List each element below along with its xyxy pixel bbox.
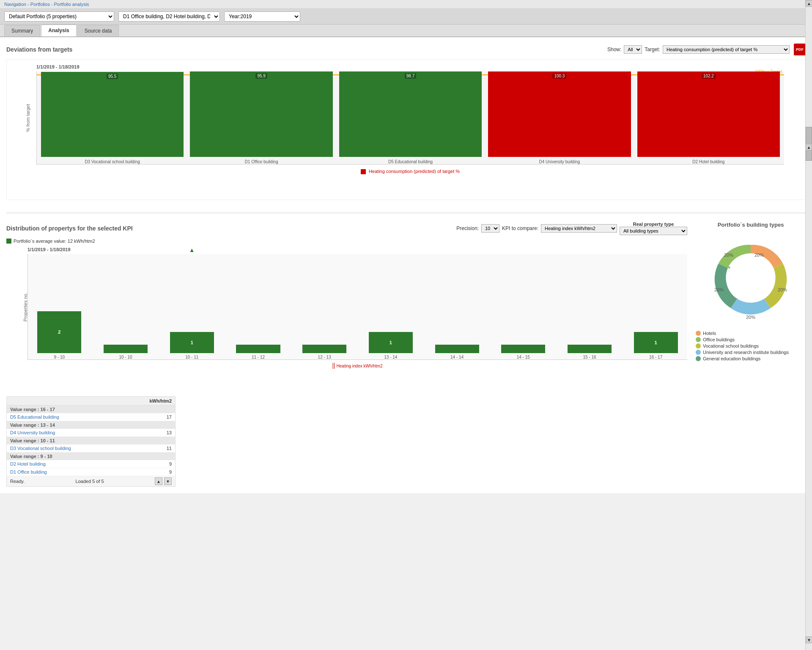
show-select[interactable]: All [624,45,642,54]
pdf-export-button[interactable]: PDF [794,44,806,55]
table-link-d3[interactable]: D3 Vocational school building [10,446,71,451]
legend-item-hotels: Hotels [696,331,806,336]
dist-chart-legend: || Heating index kWh/htm2 [27,362,687,369]
legend-label-office: Office buildings [703,337,735,342]
tabs-bar: Summary Analysis Source data [0,25,812,37]
dist-bar-16-17-label: 16 - 17 [649,355,662,359]
table-link-d4[interactable]: D4 University building [10,430,55,435]
dist-bar-12-13-label: 12 - 13 [318,355,331,359]
precision-label: Precision: [456,225,479,231]
year-select[interactable]: Year:2019 [224,11,300,22]
dist-bar-13-14: 1 13 - 14 [359,254,422,359]
chart-legend-icon [361,169,366,174]
dist-bar-10-10-fill [104,345,148,353]
legend-dot-vocational [696,343,701,348]
legend-item-vocational: Vocational school buildings [696,343,806,348]
table-nav-up[interactable]: ▲ [155,477,162,485]
scroll-mid-arrow[interactable]: ▲ [806,144,812,151]
chart-legend: Heating consumption (predicted) of targe… [36,169,784,174]
main-content: Deviations from targets Show: All Target… [0,37,812,493]
distribution-chart-container: 1/1/2019 - 1/18/2019 Properties no. 5 4 … [6,247,687,390]
table-cell-name: D4 University building [7,429,124,437]
distribution-right-panel: Portfolio´s building types [696,222,806,487]
donut-center [727,255,774,302]
data-table-section: kWh/htm2 Value range : 16 - 17 D5 Educat… [6,396,176,487]
deviations-header: Deviations from targets Show: All Target… [6,44,806,55]
table-cell-value: 11 [124,444,175,453]
bar-d2-fill: 102.2 [637,71,780,157]
legend-item-general: General education buildings [696,356,806,361]
dist-bar-14-14: 14 - 14 [425,254,488,359]
dist-bar-chart: 2 9 - 10 10 - 10 ▲ 1 10 - 11 [27,254,687,360]
donut-title: Portfolio´s building types [696,222,806,228]
distribution-section: Distribution of propertys for the select… [6,222,806,487]
nav-link-navigation[interactable]: Navigation [4,2,26,7]
target-label: Target: [645,47,660,52]
table-group-16-17: Value range : 16 - 17 [7,406,175,414]
real-property-type-select[interactable]: All building types Office buildings Voca… [620,227,687,235]
data-table: kWh/htm2 Value range : 16 - 17 D5 Educat… [7,397,175,476]
table-row: D1 Office building 9 [7,468,175,476]
target-select[interactable]: Heating consumption (predicted) of targe… [663,45,790,54]
real-property-type-label: Real property type [620,222,687,227]
table-link-d1[interactable]: D1 Office building [10,469,47,474]
table-nav-down[interactable]: ▼ [164,477,172,485]
portfolio-select[interactable]: Default Portfolio (5 properties) [4,11,114,22]
table-ready-text: Ready. [10,479,25,484]
distribution-title: Distribution of propertys for the select… [6,225,133,232]
bar-d5: 98.7 D5 Educational building [339,71,482,164]
nav-link-portfolio-analysis[interactable]: Portfolio analysis [54,2,89,7]
portfolio-avg-label: Portfolio´s average value: 12 kWh/htm2 [6,239,687,244]
tab-summary[interactable]: Summary [4,25,40,36]
precision-select[interactable]: 10 [481,224,499,233]
dist-bar-9-10-label: 9 - 10 [54,355,65,359]
dist-bar-10-10-label: 10 - 10 [119,355,132,359]
table-cell-value: 13 [124,429,175,437]
bar-d2-value: 102.2 [702,73,716,79]
table-header-name [7,397,124,406]
real-type-container: Real property type All building types Of… [620,222,687,235]
tab-analysis[interactable]: Analysis [41,25,76,36]
nav-link-portfolios[interactable]: Portfolios [30,2,50,7]
legend-label-vocational: Vocational school buildings [703,343,759,348]
tab-source-data[interactable]: Source data [77,25,119,36]
table-link-d2[interactable]: D2 Hotel building [10,461,46,466]
bar-d4-value: 100.3 [552,73,566,79]
y-axis-title: % from target [25,101,30,135]
dist-bar-11-12-label: 11 - 12 [252,355,265,359]
donut-legend: Hotels Office buildings Vocational schoo… [696,331,806,361]
table-group-header-16-17: Value range : 16 - 17 [7,406,175,414]
legend-dot-general [696,356,701,361]
bar-d1-fill: 95.9 [190,71,332,157]
table-row: D2 Hotel building 9 [7,460,175,468]
precision-controls: Precision: 10 KPI to compare: Heating in… [456,222,687,235]
bar-d3-value: 95.5 [107,74,118,79]
scroll-arrow-up[interactable]: ▲ [806,0,812,7]
nav-separator-1: - [27,2,30,7]
table-cell-value: 9 [124,468,175,476]
table-group-13-14: Value range : 13 - 14 [7,421,175,429]
table-row: D4 University building 13 [7,429,175,437]
dist-bar-9-10-fill: 2 [37,311,81,354]
distribution-header: Distribution of propertys for the select… [6,222,687,235]
properties-select[interactable]: D1 Office building, D2 Hotel building, D… [118,11,220,22]
table-cell-value: 9 [124,460,175,468]
table-cell-value: 17 [124,413,175,421]
deviations-bar-chart: 100% = Target 95.5 D3 Vocational school … [36,71,784,165]
dist-bar-12-13: 12 - 13 [293,254,356,359]
table-header-value: kWh/htm2 [124,397,175,406]
scroll-arrow-down[interactable]: ▼ [806,636,812,643]
bar-d5-label: D5 Educational building [388,159,433,164]
deviations-date-label: 1/1/2019 - 1/18/2019 [36,64,784,69]
kpi-compare-select[interactable]: Heating index kWh/htm2 [541,224,617,233]
table-link-d5[interactable]: D5 Educational building [10,414,59,420]
table-loaded-text: Loaded 5 of 5 [75,479,104,484]
dist-legend-icon: || [332,362,335,369]
dist-bar-11-12: 11 - 12 [227,254,290,359]
bar-d2-label: D2 Hotel building [692,159,724,164]
dist-bar-14-15: 14 - 15 [492,254,555,359]
table-group-header-10-11: Value range : 10 - 11 [7,437,175,445]
avg-text: Portfolio´s average value: 12 kWh/htm2 [14,239,95,244]
legend-item-office: Office buildings [696,337,806,342]
legend-item-university: University and research institute buildi… [696,350,806,355]
